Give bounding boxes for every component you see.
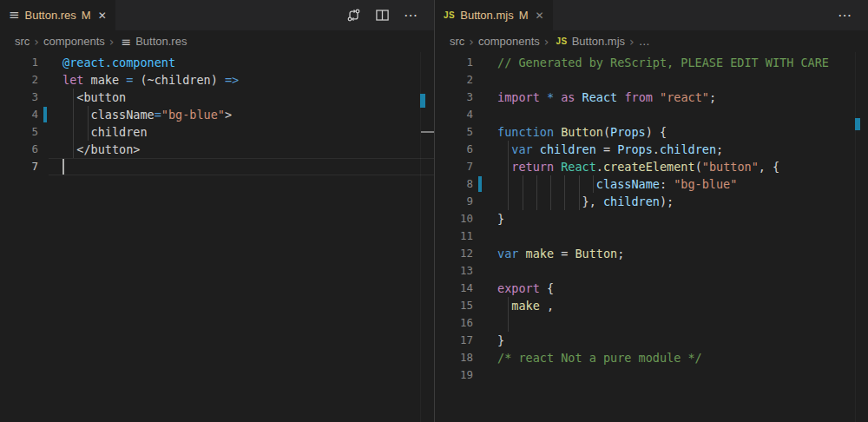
code-line[interactable]: 3 <button [0,89,434,106]
code-text: var children = Props.children; [483,141,868,158]
split-editor-icon[interactable] [374,8,390,23]
code-editor[interactable]: 1// Generated by ReScript, PLEASE EDIT W… [435,52,868,384]
close-icon[interactable]: ✕ [98,10,107,21]
code-text [483,366,868,384]
breadcrumb: src›components›≡Button.res [0,30,434,52]
overview-cursor-marker [421,131,434,133]
code-text [483,71,868,89]
breadcrumb-chevron-icon: › [34,35,39,49]
breadcrumb-item[interactable]: … [639,35,650,48]
close-icon[interactable]: ✕ [536,10,544,21]
breadcrumb-item[interactable]: src [15,35,30,48]
code-text: children [49,123,434,141]
code-line[interactable]: 5 children [0,123,434,141]
code-line[interactable]: 19 [435,366,868,384]
code-text [483,106,868,123]
breadcrumb-chevron-icon: › [109,35,115,49]
breadcrumb-item[interactable]: components [43,35,105,48]
line-number: 2 [435,71,483,89]
more-actions-icon[interactable]: ⋯ [837,8,852,23]
breadcrumb-item[interactable]: src [450,35,464,48]
tabbar-right: JS Button.mjs M ✕ ⋯ [435,0,868,30]
code-line[interactable]: 2let make = (~children) => [0,71,434,89]
code-text: make , [483,297,868,314]
line-number: 7 [0,158,49,175]
breadcrumb-item[interactable]: Button.res [135,35,187,48]
more-actions-icon[interactable]: ⋯ [403,8,418,23]
indent-guide [508,158,509,175]
code-line[interactable]: 10} [435,210,868,227]
gutter-modified-indicator [43,107,47,122]
code-text: var make = Button; [483,245,868,262]
code-line[interactable]: 11 [435,227,868,245]
indent-guide [593,175,594,193]
code-line[interactable]: 1// Generated by ReScript, PLEASE EDIT W… [435,54,868,71]
code-line[interactable]: 4 className="bg-blue"> [0,106,434,123]
indent-guide [73,141,74,158]
code-text: /* react Not a pure module */ [483,349,868,366]
open-changes-icon[interactable] [345,8,361,23]
code-line[interactable]: 12var make = Button; [435,245,868,262]
breadcrumb-chevron-icon: › [469,35,474,49]
code-line[interactable]: 14export { [435,280,868,297]
breadcrumb-item[interactable]: components [478,35,540,48]
scrollbar-edge [855,52,856,422]
code-line[interactable]: 7 [0,158,434,175]
code-text: let make = (~children) => [49,71,434,89]
code-text: <button [49,89,434,106]
indent-guide [508,193,509,210]
gutter-modified-indicator [478,176,482,192]
indent-guide [579,193,580,210]
breadcrumb: src›components›JSButton.mjs›… [435,30,868,52]
code-line[interactable]: 15 make , [435,297,868,314]
file-lines-icon: ≡ [9,9,20,22]
code-text: @react.component [49,54,434,71]
code-line[interactable]: 7 return React.createElement("button", { [435,158,868,175]
indent-guide [564,175,565,193]
line-number: 5 [0,123,49,141]
indent-guide [73,106,74,123]
indent-guide [523,175,523,193]
indent-guide [88,106,89,123]
code-line[interactable]: 13 [435,262,868,280]
code-text [483,227,868,245]
breadcrumb-chevron-icon: › [544,35,549,49]
code-line[interactable]: 2 [435,71,868,89]
line-number: 19 [435,366,483,384]
line-number: 11 [435,227,483,245]
git-modified-badge: M [519,9,529,22]
code-line[interactable]: 16 [435,314,868,332]
indent-guide [508,314,509,332]
code-line[interactable]: 4 [435,106,868,123]
code-line[interactable]: 18/* react Not a pure module */ [435,349,868,366]
line-number: 3 [435,89,483,106]
code-line[interactable]: 17} [435,332,868,349]
line-number: 1 [0,54,49,71]
indent-guide [508,141,509,158]
line-number: 2 [0,71,49,89]
code-line[interactable]: 5function Button(Props) { [435,123,868,141]
code-line[interactable]: 6 </button> [0,141,434,158]
code-line[interactable]: 1@react.component [0,54,434,71]
line-number: 14 [435,280,483,297]
tab-button-res[interactable]: ≡ Button.res M ✕ [0,0,115,30]
code-line[interactable]: 8 className: "bg-blue" [435,175,868,193]
tab-label: Button.mjs [460,9,513,22]
breadcrumb-item[interactable]: Button.mjs [572,35,625,48]
indent-guide [550,175,551,193]
tab-button-mjs[interactable]: JS Button.mjs M ✕ [435,0,553,30]
code-text: className: "bg-blue" [483,175,868,193]
line-number: 4 [435,106,483,123]
code-text: function Button(Props) { [483,123,868,141]
code-editor[interactable]: 1@react.component2let make = (~children)… [0,52,434,175]
indent-guide [536,175,537,193]
editor-group-sash[interactable] [434,0,435,422]
editor-group-left: ≡ Button.res M ✕ [0,0,434,422]
code-text: } [483,332,868,349]
code-line[interactable]: 3import * as React from "react"; [435,89,868,106]
line-number: 12 [435,245,483,262]
code-line[interactable]: 6 var children = Props.children; [435,141,868,158]
code-line[interactable]: 9 }, children); [435,193,868,210]
line-number: 6 [435,141,483,158]
line-number: 17 [435,332,483,349]
